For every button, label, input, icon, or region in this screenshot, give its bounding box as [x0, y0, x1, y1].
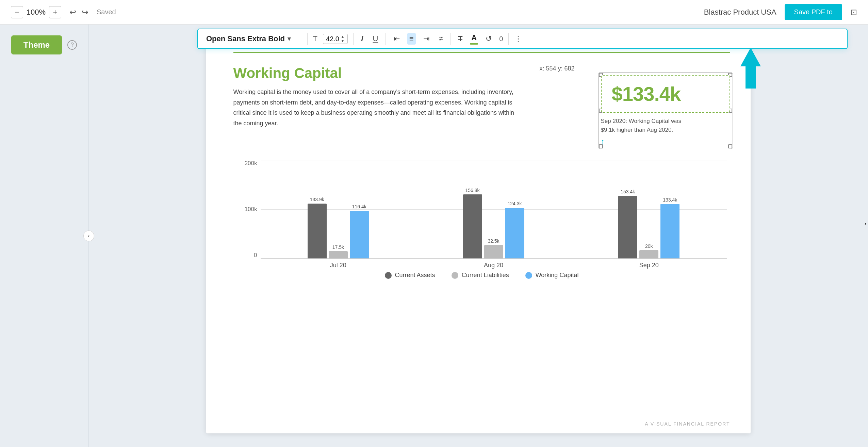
expand-icon[interactable]: ⊡ [850, 7, 857, 17]
italic-button[interactable]: I [359, 33, 365, 45]
theme-button[interactable]: Theme [11, 35, 62, 54]
toolbar-divider-5 [508, 33, 509, 45]
zoom-out-button[interactable]: − [11, 6, 23, 18]
reset-button[interactable]: ↺ [484, 33, 494, 45]
bar-blue [505, 208, 524, 258]
kpi-arrow-indicator: ↑ [601, 137, 730, 146]
font-color-button[interactable]: A [470, 33, 478, 45]
undo-redo-controls: ↩ ↪ [68, 6, 90, 18]
toolbar-divider-2 [353, 33, 354, 45]
font-size-value: 42.0 [326, 35, 339, 43]
legend-label-current-liabilities: Current Liabilities [462, 272, 509, 279]
kpi-section: x: 554 y: 682 $133.4k [540, 65, 730, 146]
resize-handle-br[interactable] [728, 144, 732, 148]
top-bar: − 100% + ↩ ↪ Saved Blastrac Product USA … [0, 0, 868, 25]
resize-handle-bl[interactable] [599, 144, 603, 148]
bar-top-label: 156.8k [465, 188, 479, 193]
font-color-bar [470, 43, 478, 45]
bar-light [484, 245, 503, 258]
bar-group: 153.4k20k133.4k [571, 160, 727, 258]
bar-wrapper: 133.4k [660, 160, 679, 258]
counter-display: 0 [499, 35, 503, 43]
align-right-button[interactable]: ⇥ [421, 33, 431, 45]
more-options-icon[interactable]: ⋮ [514, 34, 522, 43]
bar-top-label: 20k [645, 243, 653, 249]
legend-dot-working-capital [525, 272, 532, 279]
font-size-arrows: ▲ ▼ [341, 35, 345, 43]
toolbar-divider-4 [451, 33, 451, 45]
y-label-0: 0 [237, 252, 257, 259]
svg-marker-1 [740, 48, 761, 89]
chart-bars-area: 133.9k17.5k116.4k156.8k32.5k124.3k153.4k… [261, 160, 727, 259]
page-top-rule [233, 52, 730, 53]
bar-blue [350, 211, 369, 258]
underline-button[interactable]: U [371, 33, 380, 45]
chart-x-axis: Jul 20Aug 20Sep 20 [261, 262, 727, 269]
help-icon[interactable]: ? [67, 40, 77, 50]
save-pdf-button[interactable]: Save PDF to [785, 4, 842, 20]
content-row: Working Capital Working capital is the m… [233, 65, 730, 146]
bar-wrapper: 153.4k [618, 160, 637, 258]
bar-top-label: 133.4k [663, 197, 677, 203]
font-size-icon: T [313, 34, 317, 43]
font-size-down[interactable]: ▼ [341, 39, 345, 43]
left-sidebar: Theme ? ‹ [0, 25, 88, 447]
y-label-200k: 200k [237, 160, 257, 167]
bar-wrapper: 133.9k [308, 160, 327, 258]
toolbar-divider-3 [386, 33, 386, 45]
kpi-value: $133.4k [612, 82, 719, 105]
sidebar-collapse-button[interactable]: ‹ [83, 230, 94, 241]
canvas-area: Working Capital Working capital is the m… [88, 25, 868, 447]
kpi-coords: x: 554 y: 682 [540, 65, 575, 72]
legend-label-current-assets: Current Assets [395, 272, 435, 279]
bar-light [329, 251, 348, 258]
main-layout: Theme ? ‹ Working Capital Working capita… [0, 25, 868, 447]
x-axis-label: Jul 20 [261, 262, 416, 269]
right-sidebar-handle[interactable]: › [863, 221, 868, 227]
align-justify-button[interactable]: ≠ [437, 33, 445, 45]
bar-dark [308, 204, 327, 258]
kpi-subtitle-line2: $9.1k higher than Aug 2020. [601, 127, 673, 133]
align-left-button[interactable]: ⇤ [392, 33, 402, 45]
bar-dark [618, 196, 637, 258]
zoom-level: 100% [26, 8, 46, 17]
big-up-arrow-svg [734, 48, 768, 89]
format-toolbar: Open Sans Extra Bold ▾ T 42.0 ▲ ▼ I U ⇤ … [197, 29, 848, 49]
kpi-card[interactable]: $133.4k [601, 75, 730, 113]
font-family-select[interactable]: Open Sans Extra Bold ▾ [206, 34, 301, 43]
x-axis-label: Aug 20 [416, 262, 571, 269]
kpi-subtitle: Sep 2020: Working Capital was $9.1k high… [601, 117, 730, 134]
chart-y-axis: 200k 100k 0 [237, 160, 257, 269]
top-bar-left: − 100% + ↩ ↪ Saved [11, 6, 116, 18]
bar-light [639, 250, 658, 258]
chart-section: 200k 100k 0 133.9k17.5k116.4k156.8k32.5k… [233, 160, 730, 279]
bar-top-label: 133.9k [310, 197, 324, 202]
chart-legend: Current Assets Current Liabilities Worki… [237, 272, 727, 279]
legend-item-working-capital: Working Capital [525, 272, 579, 279]
align-center-button[interactable]: ≡ [407, 33, 416, 45]
chart-container: 200k 100k 0 133.9k17.5k116.4k156.8k32.5k… [237, 160, 727, 269]
saved-status: Saved [97, 8, 116, 16]
bar-wrapper: 32.5k [484, 160, 503, 258]
bar-group: 133.9k17.5k116.4k [261, 160, 416, 258]
text-style-button[interactable]: T̶ [456, 33, 464, 44]
undo-button[interactable]: ↩ [68, 6, 78, 18]
bar-dark [463, 194, 482, 258]
font-family-chevron: ▾ [288, 35, 291, 43]
bar-top-label: 116.4k [352, 204, 366, 209]
page-footer: A VISUAL FINANCIAL REPORT [645, 421, 730, 427]
bar-wrapper: 20k [639, 160, 658, 258]
x-axis-label: Sep 20 [571, 262, 727, 269]
zoom-in-button[interactable]: + [49, 6, 61, 18]
bar-wrapper: 116.4k [350, 160, 369, 258]
y-label-100k: 100k [237, 206, 257, 213]
bar-top-label: 17.5k [332, 244, 344, 250]
text-section: Working Capital Working capital is the m… [233, 65, 519, 146]
font-size-control[interactable]: 42.0 ▲ ▼ [323, 34, 348, 44]
redo-button[interactable]: ↪ [80, 6, 90, 18]
legend-dot-current-liabilities [452, 272, 458, 279]
legend-item-current-liabilities: Current Liabilities [452, 272, 509, 279]
bar-top-label: 153.4k [621, 189, 635, 194]
legend-dot-current-assets [385, 272, 392, 279]
zoom-controls: − 100% + [11, 6, 61, 18]
